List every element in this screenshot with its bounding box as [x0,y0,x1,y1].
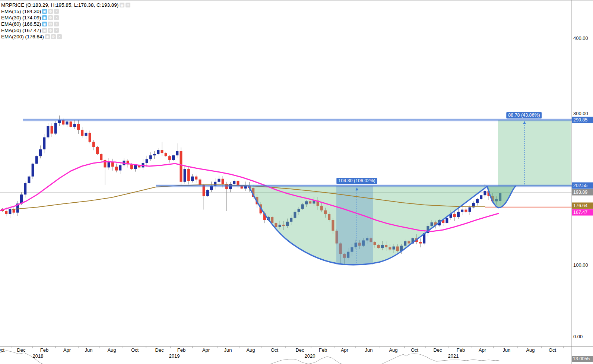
time-axis-month-label: Apr [479,347,486,353]
time-axis-year-label: 2019 [169,353,180,359]
time-axis-year-label: 2021 [448,353,459,359]
gear-icon[interactable]: ⚙ [48,15,53,20]
price-axis-label: 100.00 [573,262,588,268]
time-axis-month-label: Oct [411,347,418,353]
eye-icon[interactable]: ◉ [42,28,47,33]
bottom-series-value-label: 13.0055 [572,356,593,362]
legend-label-mrprice: MRPRICE (O:183.29, H:195.85, L:178.38, C… [1,2,118,8]
legend-row-ema200: EMA(200) (176.64)◉⚙× [1,34,130,40]
time-axis-month-label: Dec [17,347,25,353]
gear-icon[interactable]: ⚙ [48,28,53,33]
legend-label-ema15: EMA(15) (184.30) [1,9,41,14]
eye-glyph: ◉ [43,15,46,20]
price-axis-value-badge: 176.64 [572,203,593,209]
legend-label-ema30: EMA(30) (174.09) [1,15,41,20]
time-axis-month-label: Aug [107,347,116,353]
time-axis-month-label: Jun [224,347,232,353]
eye-glyph: ◉ [120,3,124,7]
legend-label-ema200: EMA(200) (176.64) [1,34,44,39]
time-axis-month-label: Feb [319,347,327,353]
legend-row-ema50: EMA(50) (167.47)◉⚙× [1,27,130,34]
time-axis-month-label: Jun [365,347,373,353]
time-axis-month-label: Dec [155,347,164,353]
eye-icon[interactable]: ◉ [42,22,47,26]
time-axis-month-label: Aug [389,347,397,353]
eye-icon[interactable]: ◉ [42,15,47,20]
legend-label-ema50: EMA(50) (167.47) [1,28,41,33]
time-axis-month-label: Oct [549,347,556,353]
close-glyph: × [58,34,60,39]
price-axis-value-badge: 202.55 [572,183,593,189]
measurement-label-projection[interactable]: 88.78 (43.86%) [506,112,542,118]
close-glyph: × [56,15,58,20]
time-axis-month-label: Feb [457,347,465,353]
time-axis-month-label: Feb [40,347,48,353]
gear-glyph: ⚙ [52,34,55,39]
eye-glyph: ◉ [43,22,46,26]
legend-label-ema60: EMA(60) (166.52) [1,21,41,27]
gear-glyph: ⚙ [49,22,52,26]
time-axis-month-label: Apr [63,347,71,353]
eye-glyph: ◉ [46,34,49,39]
close-glyph: × [56,22,58,26]
price-chart-canvas[interactable] [0,0,593,364]
time-axis-month-label: Dec [433,347,442,353]
time-axis-month-label: Feb [177,347,185,353]
time-axis-month-label: Oct [0,347,4,353]
eye-icon[interactable]: ◉ [42,9,47,14]
price-axis-value-badge: 193.89 [572,189,593,196]
eye-glyph: ◉ [43,9,46,14]
time-axis-month-label: Dec [295,347,304,353]
gear-icon[interactable]: ⚙ [51,34,56,39]
close-glyph: × [56,28,58,33]
close-icon[interactable]: × [54,9,59,14]
time-axis-month-label: Aug [246,347,255,353]
close-glyph: × [56,9,58,14]
close-icon[interactable]: × [57,34,62,39]
time-axis-month-label: Jun [85,347,93,353]
time-axis-month-label: Oct [131,347,139,353]
gear-icon[interactable]: ⚙ [126,3,130,7]
time-axis-month-label: Apr [202,347,210,353]
time-axis-month-label: Apr [341,347,348,353]
gear-glyph: ⚙ [49,9,52,14]
measurement-label-cup-depth[interactable]: 104.30 (106.02%) [336,178,377,184]
gear-glyph: ⚙ [49,28,52,33]
studies-legend: MRPRICE (O:183.29, H:195.85, L:178.38, C… [1,2,130,40]
gear-glyph: ⚙ [49,15,52,20]
time-axis-month-label: Oct [271,347,278,353]
gear-glyph: ⚙ [126,3,130,7]
time-axis-year-label: 2018 [33,353,44,359]
eye-icon[interactable]: ◉ [120,3,124,7]
legend-row-ema30: EMA(30) (174.09)◉⚙× [1,15,130,21]
time-axis-month-label: Jun [503,347,511,353]
legend-row-mrprice: MRPRICE (O:183.29, H:195.85, L:178.38, C… [1,2,130,8]
chart-window: MRPRICE (O:183.29, H:195.85, L:178.38, C… [0,0,593,364]
close-icon[interactable]: × [54,15,59,20]
eye-icon[interactable]: ◉ [45,34,50,39]
price-axis-label: 300.00 [573,111,588,116]
time-axis-year-label: 2020 [305,353,315,359]
eye-glyph: ◉ [43,28,46,33]
price-axis-label: 400.00 [573,35,588,41]
price-axis-value-badge: 290.85 [572,117,593,123]
gear-icon[interactable]: ⚙ [48,22,53,26]
close-icon[interactable]: × [54,28,59,33]
price-axis-label: 0.00 [573,334,583,339]
legend-row-ema60: EMA(60) (166.52)◉⚙× [1,21,130,27]
time-axis-month-label: Aug [526,347,535,353]
close-icon[interactable]: × [54,22,59,26]
legend-row-ema15: EMA(15) (184.30)◉⚙× [1,8,130,15]
price-axis-value-badge: 167.47 [572,209,593,216]
gear-icon[interactable]: ⚙ [48,9,53,14]
